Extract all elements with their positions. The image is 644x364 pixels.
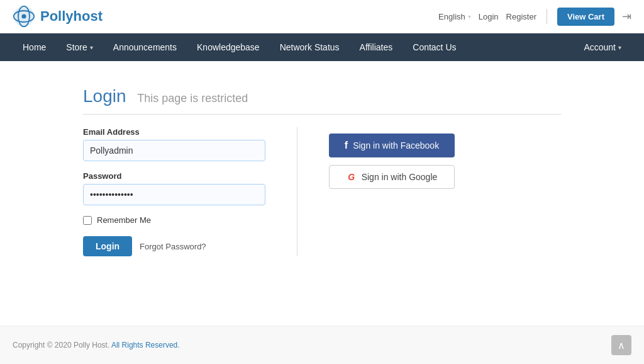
facebook-icon: f: [345, 140, 348, 151]
login-body: Email Address Password Remember Me Login…: [83, 127, 561, 256]
account-chevron-icon: ▾: [618, 44, 621, 51]
login-title: Login This page is restricted: [83, 86, 561, 106]
main-content: Login This page is restricted Email Addr…: [0, 61, 644, 326]
nav-account[interactable]: Account ▾: [574, 33, 631, 61]
store-chevron-icon: ▾: [90, 44, 93, 51]
remember-row: Remember Me: [83, 215, 265, 225]
register-link[interactable]: Register: [506, 12, 536, 21]
email-input[interactable]: [83, 140, 265, 161]
nav-network-status[interactable]: Network Status: [270, 33, 350, 61]
login-form-side: Email Address Password Remember Me Login…: [83, 127, 265, 256]
svg-point-3: [21, 14, 26, 18]
form-actions: Login Forgot Password?: [83, 236, 265, 256]
login-container: Login This page is restricted Email Addr…: [83, 86, 561, 288]
nav-affiliates[interactable]: Affiliates: [350, 33, 403, 61]
facebook-signin-button[interactable]: f Sign in with Facebook: [329, 134, 455, 157]
brand-name: Pollyhost: [40, 8, 103, 25]
remember-checkbox[interactable]: [83, 216, 92, 225]
top-bar: Pollyhost English ▾ Login Register View …: [0, 0, 644, 33]
footer: Copyright © 2020 Polly Host. All Rights …: [0, 326, 644, 364]
logout-icon[interactable]: ⇥: [622, 9, 631, 23]
top-right-actions: English ▾ Login Register View Cart ⇥: [438, 8, 631, 26]
view-cart-button[interactable]: View Cart: [557, 8, 614, 26]
password-label: Password: [83, 171, 265, 181]
nav-knowledgebase[interactable]: Knowledgebase: [187, 33, 270, 61]
login-button[interactable]: Login: [83, 236, 132, 256]
google-signin-button[interactable]: G Sign in with Google: [329, 165, 455, 189]
password-input[interactable]: [83, 184, 265, 205]
login-social-side: f Sign in with Facebook G Sign in with G…: [329, 127, 461, 256]
email-group: Email Address: [83, 127, 265, 161]
language-selector[interactable]: English ▾: [438, 12, 471, 21]
title-divider: [83, 114, 561, 115]
nav-store[interactable]: Store ▾: [56, 33, 103, 61]
brand-icon-svg: [13, 5, 35, 28]
remember-label: Remember Me: [97, 215, 151, 225]
forgot-password-link[interactable]: Forgot Password?: [140, 242, 206, 251]
nav-home[interactable]: Home: [13, 33, 56, 61]
password-group: Password: [83, 171, 265, 205]
footer-text: Copyright © 2020 Polly Host. All Rights …: [13, 341, 180, 350]
nav-announcements[interactable]: Announcements: [103, 33, 187, 61]
language-chevron-icon: ▾: [468, 13, 471, 20]
language-label: English: [438, 12, 465, 21]
google-icon: G: [347, 172, 357, 182]
chevron-up-icon: ∧: [618, 339, 625, 351]
nav-left: Home Store ▾ Announcements Knowledgebase…: [13, 33, 467, 61]
scroll-top-button[interactable]: ∧: [611, 335, 631, 355]
brand-logo[interactable]: Pollyhost: [13, 5, 103, 28]
nav-right: Account ▾: [574, 33, 631, 61]
nav-bar: Home Store ▾ Announcements Knowledgebase…: [0, 33, 644, 61]
email-label: Email Address: [83, 127, 265, 137]
top-bar-divider: [547, 9, 547, 24]
vertical-divider: [297, 127, 297, 256]
nav-contact-us[interactable]: Contact Us: [402, 33, 466, 61]
login-link[interactable]: Login: [479, 12, 499, 21]
